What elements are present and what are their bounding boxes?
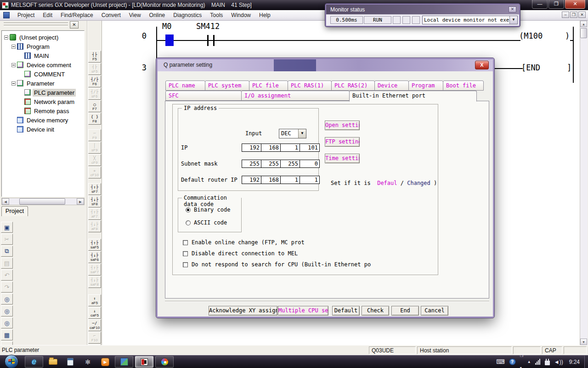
taskbar-item-gx-works[interactable] [115,356,133,368]
time-settings-button[interactable]: Time settings [325,154,360,163]
ladder-tool-button[interactable]: ↑ aF5 [88,294,101,306]
dialog-tab[interactable]: I/O assignment [241,91,350,101]
save-button[interactable]: ▣ [1,222,13,233]
ladder-tool-button[interactable]: ┤↑├ aF7 [88,208,101,220]
tree-item[interactable]: COMMENT [2,69,84,79]
device-test-button[interactable]: ▦ [1,329,13,340]
ladder-tool-button[interactable]: ┤↓├ sF8 [88,196,101,207]
subnet-mask-field[interactable]: 2552552550 [242,160,320,168]
ladder-tool-button[interactable]: ┤├ F5 [88,51,101,63]
tree-expander-icon[interactable] [11,45,16,49]
tray-network-icon[interactable] [535,359,541,365]
monitor-mode-dropdown[interactable]: Local device monitor not execu ▼ [422,16,518,24]
undo-button[interactable]: ↶ [1,270,13,281]
restore-button[interactable]: ❐ [548,0,564,9]
tray-help-icon[interactable]: ? [509,358,516,365]
menu-item[interactable]: Window [227,11,255,20]
binary-code-radio[interactable]: Binary code [186,207,230,213]
tray-volume-icon[interactable]: ◄)) [554,356,563,368]
taskbar-item-internet-explorer[interactable]: e [25,356,43,368]
multiple-cpu-settings-button[interactable]: Multiple CPU settings [278,306,328,316]
tree-expander-icon[interactable] [11,63,16,67]
taskbar-item-explorer[interactable] [45,356,61,368]
ladder-tool-button[interactable]: ┤↑├ saF5 [88,239,101,251]
menu-item[interactable]: Diagnostics [169,11,206,20]
dialog-tab[interactable]: Device [374,80,409,91]
menu-item[interactable]: Edit [39,11,57,20]
do-not-respond-search-checkbox[interactable]: Do not respond to search for CPU (Built-… [183,261,371,268]
disable-direct-connection-checkbox[interactable]: Disable direct connection to MEL [183,250,298,257]
scroll-down-icon[interactable]: ▼ [580,339,587,345]
open-settings-button[interactable]: Open settings [325,121,360,130]
ladder-tool-button[interactable]: ○ F7 [88,100,101,112]
tray-keyboard-icon[interactable]: ⌨ [496,356,505,368]
scrollbar-thumb[interactable] [580,28,587,38]
ladder-tool-button[interactable]: ─/ caF10 [88,319,101,331]
tray-power-icon[interactable] [545,361,550,365]
find-device-button[interactable]: ◎ [1,293,13,305]
scroll-up-icon[interactable]: ▲ [580,21,587,27]
ladder-tool-button[interactable]: ╳ cF9 [88,154,101,166]
ladder-vertical-scrollbar[interactable]: ▲ ▼ [580,21,588,345]
ladder-tool-button[interactable]: │ sF9 [88,142,101,154]
chevron-down-icon[interactable]: ▼ [298,129,306,138]
tree-item[interactable]: Device init [2,125,84,134]
contact-sm412[interactable] [207,35,209,46]
contact-sm412[interactable] [213,35,215,46]
taskbar-item-paint[interactable] [155,356,174,368]
find-string-button[interactable]: ◎ [1,317,13,328]
ascii-code-radio[interactable]: ASCII code [186,219,227,226]
menu-item[interactable]: Online [145,11,170,20]
dialog-close-button[interactable]: X [475,61,489,69]
copy-button[interactable]: ⧉ [1,246,13,257]
end-instruction[interactable]: [END [521,63,540,72]
ladder-tool-button[interactable]: ┤↓├ saF8 [88,276,101,288]
ladder-tool-button[interactable]: ┤↑├ saF7 [88,264,101,276]
scrollbar-thumb[interactable] [19,198,65,205]
menu-item[interactable]: Help [255,11,275,20]
dialog-tab[interactable]: SFC [165,91,242,101]
dialog-tab[interactable]: Built-in Ethernet port [349,91,477,102]
enable-online-change-checkbox[interactable]: Enable online change (FTP, MC prot [183,239,305,246]
taskbar-item-media-player[interactable]: ▶ [97,356,113,368]
panel-close-icon[interactable]: ✕ [70,21,79,29]
tree-expander-icon[interactable] [4,35,8,40]
check-button[interactable]: Check [362,306,389,316]
minimize-button[interactable]: — [532,0,548,9]
cut-button[interactable]: ✂ [1,234,13,245]
menu-item[interactable]: Project [13,11,39,20]
dialog-tab[interactable]: PLC name [165,80,205,91]
end-button[interactable]: End [391,306,419,316]
ladder-tool-button[interactable]: ┤↓├ aF8 [88,220,101,232]
menu-item[interactable]: Convert [97,11,125,20]
tree-item[interactable]: Program [2,42,84,51]
child-close-button[interactable]: ✕ [578,12,586,18]
menu-item[interactable]: Find/Replace [57,11,97,20]
paste-button[interactable]: ▤ [1,258,13,269]
ladder-tool-button[interactable]: ┤↑├ sF7 [88,183,101,195]
ladder-tool-button[interactable]: ↓ caF5 [88,307,101,319]
ladder-tool-button[interactable]: ┤↓├ saF6 [88,251,101,263]
tree-expander-icon[interactable] [11,81,16,86]
tree-item[interactable]: (Unset project) [2,33,84,42]
dialog-title-bar[interactable]: Q parameter setting X [158,59,493,71]
scroll-left-icon[interactable]: ◀ [2,198,9,205]
input-format-dropdown[interactable]: DEC ▼ [279,129,306,138]
default-router-field[interactable]: 19216811 [242,176,320,184]
menu-item[interactable]: View [125,11,145,20]
tree-item[interactable]: Network param [2,97,84,106]
child-minimize-button[interactable]: – [562,12,569,18]
ip-address-field[interactable]: 1921681101 [242,144,320,152]
ladder-tool-button[interactable]: { } F8 [88,113,101,125]
tray-input-icon[interactable]: ❐▾ [520,350,523,368]
ladder-tool-button[interactable]: ✳ cF10 [88,167,101,178]
ladder-tool-button[interactable]: ┤├ sF5 [88,63,101,75]
tray-show-hidden-icon[interactable]: ▲ [527,356,531,368]
panel-drag-handle[interactable] [4,23,68,27]
start-button[interactable] [5,355,18,368]
redo-button[interactable]: ↷ [1,282,13,293]
menu-item[interactable]: Tools [206,11,227,20]
tree-item[interactable]: Device memory [2,115,84,125]
dialog-tab[interactable]: PLC file [249,80,288,91]
monitor-close-icon[interactable]: ✕ [509,6,516,12]
